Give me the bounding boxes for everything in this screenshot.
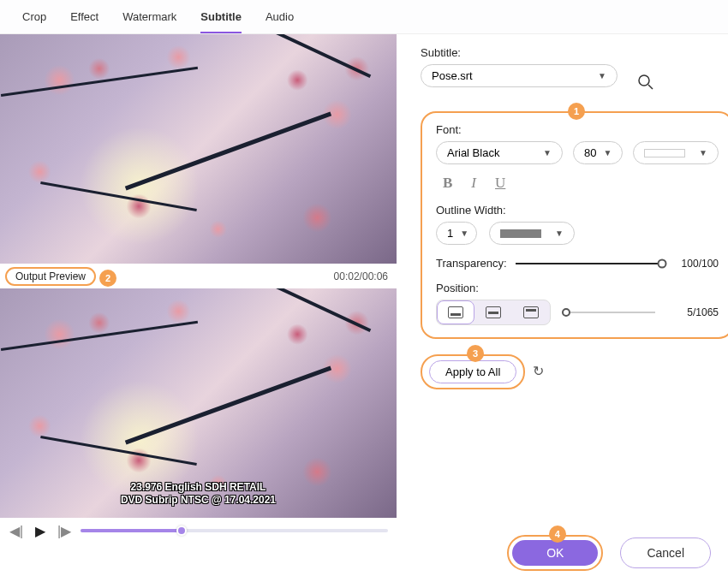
apply-to-all-wrap: 3 Apply to All bbox=[421, 354, 525, 389]
editor-tabs: Crop Effect Watermark Subtitle Audio bbox=[0, 0, 728, 34]
color-swatch-gray bbox=[500, 229, 541, 238]
subtitle-file-select[interactable]: Pose.srt▼ bbox=[421, 64, 618, 87]
ok-button-wrap: 4 OK bbox=[507, 535, 603, 571]
callout-1: 1 bbox=[568, 103, 585, 120]
search-subtitle-icon[interactable] bbox=[636, 73, 655, 92]
time-indicator: 00:02/00:06 bbox=[334, 270, 388, 282]
tab-subtitle[interactable]: Subtitle bbox=[200, 10, 242, 33]
font-size-select[interactable]: 80▼ bbox=[573, 141, 623, 164]
position-label: Position: bbox=[436, 282, 719, 294]
bold-button[interactable]: B bbox=[443, 175, 452, 192]
svg-point-0 bbox=[639, 75, 649, 86]
italic-button[interactable]: I bbox=[471, 175, 476, 192]
font-family-select[interactable]: Arial Black▼ bbox=[436, 141, 563, 164]
output-preview: 23.976 English SDH RETAIL DVD Subrip NTS… bbox=[0, 288, 397, 518]
transparency-slider[interactable] bbox=[516, 263, 662, 264]
subtitle-label: Subtitle: bbox=[421, 46, 728, 59]
underline-button[interactable]: U bbox=[495, 175, 505, 192]
original-preview bbox=[0, 34, 397, 264]
outline-width-select[interactable]: 1▼ bbox=[436, 222, 477, 245]
callout-2: 2 bbox=[99, 270, 116, 287]
ok-button[interactable]: OK bbox=[512, 540, 598, 566]
transparency-label: Transparency: bbox=[436, 257, 507, 270]
transparency-value: 100/100 bbox=[671, 258, 719, 270]
cancel-button[interactable]: Cancel bbox=[620, 537, 711, 568]
callout-4: 4 bbox=[549, 526, 566, 543]
position-slider[interactable] bbox=[566, 312, 655, 313]
font-settings-panel: 1 Font: Arial Black▼ 80▼ ▼ B I U Outli bbox=[421, 111, 728, 339]
outline-color-select[interactable]: ▼ bbox=[489, 222, 575, 245]
reset-icon[interactable]: ↻ bbox=[533, 364, 544, 378]
svg-line-1 bbox=[648, 85, 653, 89]
position-bottom-button[interactable] bbox=[437, 300, 474, 324]
subtitle-overlay: 23.976 English SDH RETAIL DVD Subrip NTS… bbox=[0, 481, 397, 508]
output-preview-label: Output Preview 2 bbox=[5, 267, 96, 286]
apply-to-all-button[interactable]: Apply to All bbox=[429, 360, 516, 383]
position-value: 5/1065 bbox=[671, 306, 719, 318]
tab-watermark[interactable]: Watermark bbox=[122, 10, 176, 33]
position-top-button[interactable] bbox=[512, 300, 550, 324]
outline-label: Outline Width: bbox=[436, 204, 719, 217]
tab-effect[interactable]: Effect bbox=[70, 10, 98, 33]
tab-audio[interactable]: Audio bbox=[266, 10, 294, 33]
tab-crop[interactable]: Crop bbox=[22, 10, 46, 33]
font-color-select[interactable]: ▼ bbox=[633, 141, 719, 164]
font-label: Font: bbox=[436, 123, 719, 136]
position-middle-button[interactable] bbox=[474, 300, 512, 324]
color-swatch-white bbox=[644, 149, 685, 157]
callout-3: 3 bbox=[467, 345, 484, 362]
